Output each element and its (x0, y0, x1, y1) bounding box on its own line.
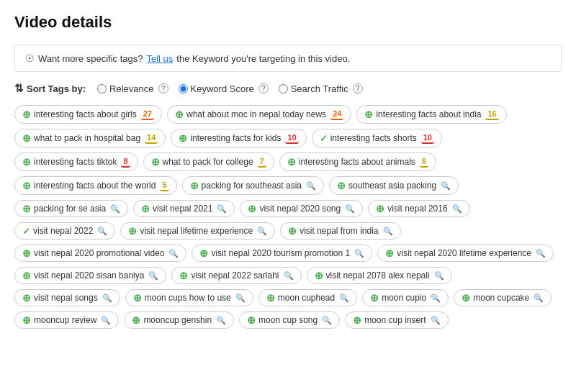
plus-icon: ⊕ (151, 157, 160, 167)
search-icon[interactable]: 🔍 (536, 249, 546, 258)
tag-item[interactable]: ⊕moon cupcake🔍 (454, 289, 552, 306)
tag-item[interactable]: ⊕visit nepal 2020 lifetime experience🔍 (377, 245, 554, 262)
page-title: Video details (14, 13, 562, 32)
sort-relevance[interactable]: Relevance ? (97, 83, 168, 94)
sort-keyword-score[interactable]: Keyword Score ? (179, 83, 269, 94)
tag-item[interactable]: ⊕moon cuphead🔍 (258, 289, 357, 306)
tag-item[interactable]: ⊕visit nepal 2020 sisan baniya🔍 (14, 267, 166, 284)
tag-item[interactable]: ⊕moon cup song🔍 (239, 311, 340, 329)
tag-item[interactable]: ✓visit nepal 2022🔍 (14, 222, 115, 240)
plus-icon: ⊕ (247, 315, 256, 325)
tag-item[interactable]: ⊕what to pack in hospital bag14 (14, 129, 166, 147)
tag-item[interactable]: ⊕interesting facts tiktok8 (14, 152, 138, 171)
tag-item[interactable]: ⊕visit nepal 2020 promotional video🔍 (14, 245, 186, 262)
plus-icon: ⊕ (370, 293, 379, 303)
plus-icon: ⊕ (288, 226, 297, 236)
tag-item[interactable]: ⊕southeast asia packing🔍 (329, 176, 459, 195)
tag-label: what about moc in nepal today news (186, 109, 326, 119)
search-icon[interactable]: 🔍 (383, 227, 393, 236)
tag-item[interactable]: ⊕visit nepal from india🔍 (280, 222, 400, 240)
tag-item[interactable]: ⊕visit nepal 2022 sarlahi🔍 (171, 267, 301, 284)
plus-icon: ⊕ (315, 270, 323, 281)
search-icon[interactable]: 🔍 (431, 316, 441, 325)
tag-label: visit nepal 2020 promotional video (34, 248, 164, 258)
tag-label: visit nepal 2020 sisan baniya (34, 270, 144, 281)
search-icon[interactable]: 🔍 (101, 316, 111, 325)
search-icon[interactable]: 🔍 (284, 271, 294, 281)
plus-icon: ⊕ (462, 293, 470, 303)
search-icon[interactable]: 🔍 (217, 204, 227, 214)
tag-item[interactable]: ⊕packing for se asia🔍 (14, 200, 128, 217)
tag-item[interactable]: ⊕mooncup review🔍 (14, 311, 119, 329)
tag-label: moon cup song (258, 315, 318, 325)
tag-item[interactable]: ⊕packing for southeast asia🔍 (182, 176, 324, 195)
tag-label: interesting facts for kids (190, 133, 281, 143)
tag-label: visit nepal 2020 song (259, 204, 341, 214)
search-icon[interactable]: 🔍 (339, 293, 349, 303)
tag-item[interactable]: ⊕visit nepal lifetime experience🔍 (120, 222, 275, 240)
tag-item[interactable]: ⊕moon cup insert🔍 (345, 311, 448, 329)
plus-icon: ⊕ (179, 133, 187, 143)
tag-item[interactable]: ⊕what to pack for college7 (143, 152, 274, 171)
tell-us-link[interactable]: Tell us (146, 53, 173, 64)
tag-item[interactable]: ⊕visit nepal 2016🔍 (368, 200, 469, 217)
tag-item[interactable]: ⊕interesting facts about india16 (356, 105, 506, 124)
plus-icon: ⊕ (353, 315, 361, 325)
search-icon[interactable]: 🔍 (345, 204, 355, 214)
plus-icon: ⊕ (22, 248, 31, 258)
search-icon[interactable]: 🔍 (257, 227, 267, 236)
search-icon[interactable]: 🔍 (534, 293, 544, 303)
tag-score: 10 (285, 132, 298, 144)
info-rest: the Keyword you're targeting in this vid… (176, 53, 350, 64)
tag-label: moon cups how to use (145, 293, 231, 303)
tag-score: 6 (420, 156, 428, 168)
sort-search-traffic[interactable]: Search Traffic ? (279, 83, 363, 94)
tag-score: 14 (145, 132, 158, 144)
search-icon[interactable]: 🔍 (110, 204, 120, 214)
tag-item[interactable]: ⊕what about moc in nepal today news24 (167, 105, 351, 124)
tag-score: 7 (258, 156, 266, 168)
search-icon[interactable]: 🔍 (322, 316, 332, 325)
search-icon[interactable]: 🔍 (431, 293, 441, 303)
tag-item[interactable]: ⊕visit nepal songs🔍 (14, 289, 120, 306)
tag-item[interactable]: ⊕moon cupio🔍 (362, 289, 449, 306)
search-icon[interactable]: 🔍 (216, 316, 226, 325)
tag-item[interactable]: ⊕interesting facts about the world5 (14, 176, 177, 195)
plus-icon: ⊕ (22, 133, 31, 143)
tag-item[interactable]: ⊕interesting facts for kids10 (171, 129, 306, 147)
tag-item[interactable]: ⊕moon cups how to use🔍 (125, 289, 253, 306)
tag-item[interactable]: ✓interesting facts shorts10 (312, 129, 442, 147)
plus-icon: ⊕ (22, 109, 31, 119)
tag-label: visit nepal 2016 (387, 204, 447, 214)
search-icon[interactable]: 🔍 (441, 181, 451, 191)
plus-icon: ⊕ (199, 248, 208, 258)
search-icon[interactable]: 🔍 (235, 293, 246, 303)
plus-icon: ⊕ (22, 204, 31, 214)
tag-label: moon cuphead (278, 293, 335, 303)
search-icon[interactable]: 🔍 (97, 227, 107, 236)
search-icon[interactable]: 🔍 (168, 249, 179, 258)
tag-label: southeast asia packing (348, 181, 436, 191)
plus-icon: ⊕ (179, 270, 188, 281)
tag-item[interactable]: ⊕visit nepal 2078 alex nepali🔍 (307, 267, 452, 284)
sort-radio-group: Relevance ? Keyword Score ? Search Traff… (97, 83, 363, 94)
tag-item[interactable]: ⊕visit nepal 2021🔍 (133, 200, 235, 217)
search-icon[interactable]: 🔍 (306, 181, 316, 191)
search-traffic-help-icon[interactable]: ? (353, 83, 363, 94)
search-icon[interactable]: 🔍 (452, 204, 462, 214)
tag-label: interesting facts about animals (299, 157, 415, 167)
tag-label: visit nepal lifetime experience (140, 226, 253, 236)
tag-item[interactable]: ⊕mooncup genshin🔍 (124, 311, 234, 329)
tag-score: 10 (421, 132, 434, 144)
tag-item[interactable]: ⊕visit nepal 2020 song🔍 (240, 200, 363, 217)
search-icon[interactable]: 🔍 (354, 249, 364, 258)
relevance-help-icon[interactable]: ? (158, 83, 168, 94)
keyword-score-help-icon[interactable]: ? (258, 83, 269, 94)
search-icon[interactable]: 🔍 (102, 293, 112, 303)
search-icon[interactable]: 🔍 (148, 271, 158, 281)
search-icon[interactable]: 🔍 (434, 271, 444, 281)
tag-item[interactable]: ⊕interesting facts about animals6 (279, 152, 436, 171)
tag-score: 8 (121, 156, 130, 168)
tag-item[interactable]: ⊕interesting facts about girls27 (14, 105, 162, 124)
tag-item[interactable]: ⊕visit nepal 2020 tourism promotion 1🔍 (192, 245, 372, 262)
